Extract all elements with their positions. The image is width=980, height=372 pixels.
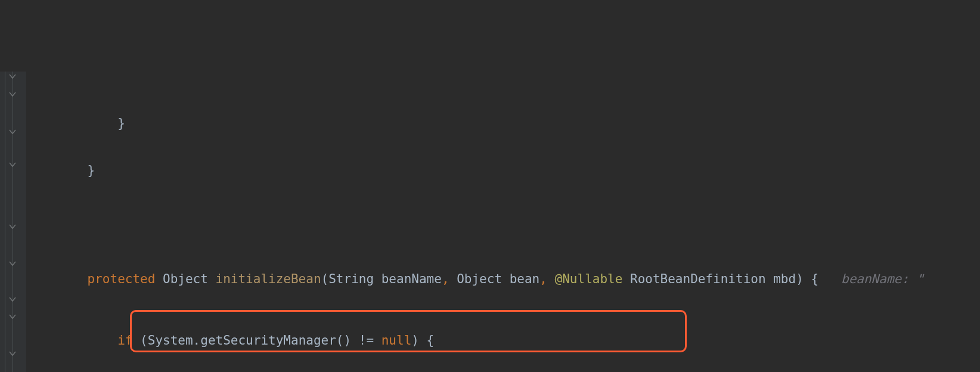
code-text: System: [148, 333, 193, 348]
fold-toggle-icon[interactable]: [8, 312, 17, 321]
code-line[interactable]: }: [26, 162, 980, 180]
fold-toggle-icon[interactable]: [8, 160, 17, 169]
code-text: (: [321, 272, 329, 286]
code-text: .: [193, 333, 201, 348]
code-line[interactable]: protected Object initializeBean(String b…: [26, 270, 980, 289]
code-text: ) {: [411, 333, 434, 348]
code-text: }: [57, 116, 125, 131]
fold-toggle-icon[interactable]: [8, 294, 17, 304]
code-line[interactable]: if (System.getSecurityManager() != null)…: [26, 331, 980, 350]
punct: ,: [442, 272, 457, 286]
punct: ,: [539, 272, 554, 286]
code-text: String: [328, 272, 382, 286]
code-editor[interactable]: } } protected Object initializeBean(Stri…: [0, 72, 980, 372]
code-text: ) {: [796, 272, 818, 286]
keyword: null: [382, 333, 412, 348]
code-line[interactable]: }: [26, 114, 980, 133]
annotation: @Nullable: [555, 272, 630, 286]
code-text: Object: [155, 272, 215, 286]
code-area[interactable]: } } protected Object initializeBean(Stri…: [26, 72, 980, 372]
method-name: initializeBean: [216, 272, 321, 286]
keyword: if: [117, 333, 140, 348]
code-text: [57, 272, 88, 286]
fold-toggle-icon[interactable]: [8, 349, 17, 358]
code-text: RootBeanDefinition: [630, 272, 773, 286]
code-text: (: [140, 333, 148, 348]
keyword: protected: [88, 272, 156, 286]
code-text: beanName: [382, 272, 442, 286]
fold-guide: [5, 72, 5, 372]
gutter[interactable]: [0, 72, 26, 372]
code-text: getSecurityManager: [200, 333, 336, 348]
code-text: () !=: [336, 333, 382, 348]
code-line[interactable]: [26, 209, 980, 227]
fold-toggle-icon[interactable]: [8, 72, 17, 81]
fold-toggle-icon[interactable]: [8, 89, 17, 99]
fold-toggle-icon[interactable]: [8, 127, 17, 137]
inlay-hint: beanName: ": [818, 272, 924, 286]
code-text: bean: [510, 272, 540, 286]
code-text: mbd: [773, 272, 796, 286]
code-text: }: [57, 163, 95, 178]
code-text: Object: [457, 272, 510, 286]
code-text: [57, 333, 117, 348]
fold-toggle-icon[interactable]: [8, 259, 17, 268]
fold-toggle-icon[interactable]: [8, 222, 17, 231]
